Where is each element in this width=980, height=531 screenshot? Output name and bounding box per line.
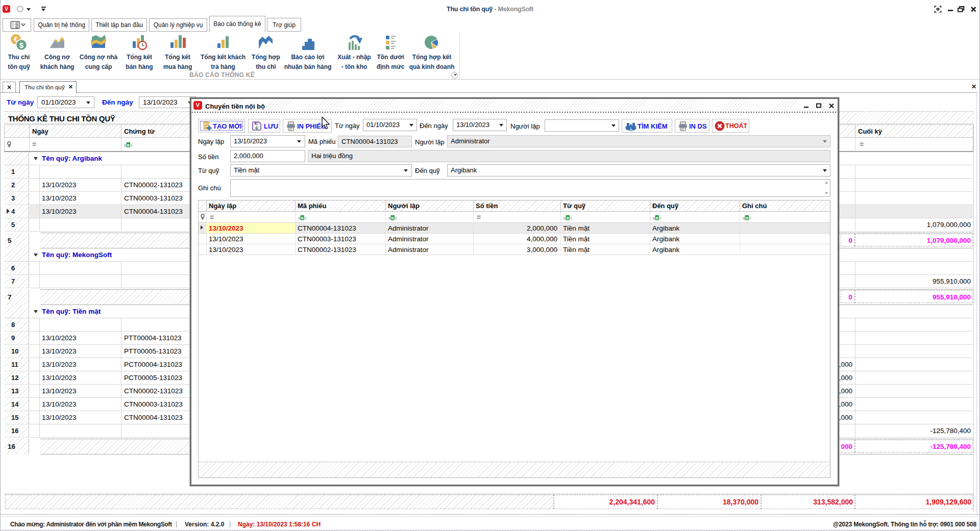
svg-text:a: a [298,216,301,220]
svg-text:B: B [301,216,304,220]
svg-text:a: a [388,216,391,220]
svg-text:a: a [124,143,127,147]
svg-text:a: a [564,216,566,220]
svg-text:B: B [655,216,658,220]
svg-text:B: B [745,216,748,220]
svg-text:ID: ID [629,128,633,132]
svg-text:B: B [391,216,394,220]
svg-text:c: c [570,216,572,220]
svg-text:a: a [653,216,655,220]
svg-text:c: c [659,216,662,220]
svg-text:B: B [127,143,130,147]
svg-text:c: c [395,216,397,220]
svg-text:$: $ [19,41,24,49]
svg-text:c: c [305,216,307,220]
svg-text:c: c [131,143,133,147]
svg-text:c: c [749,216,751,220]
svg-text:a: a [743,216,745,220]
svg-text:B: B [566,216,569,220]
